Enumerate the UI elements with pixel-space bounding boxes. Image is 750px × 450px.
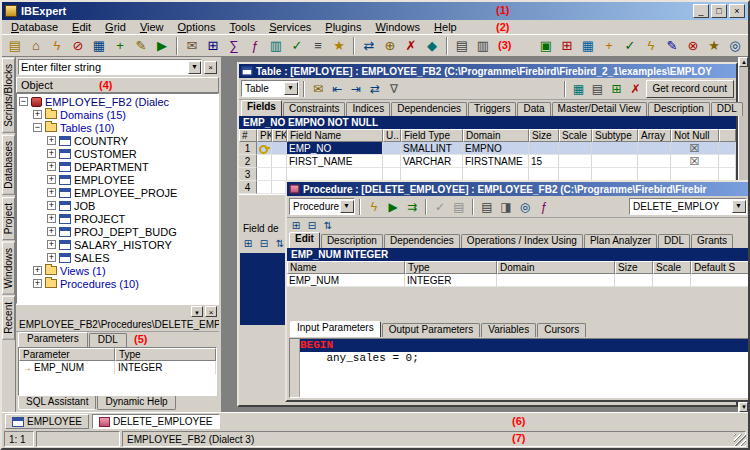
column-header[interactable]: Type <box>405 261 497 274</box>
toolbar-icon[interactable]: ⇄ <box>366 80 384 98</box>
field-row[interactable]: 2 FIRST_NAME VARCHAR FIRSTNAME 15 ☒ <box>239 155 736 168</box>
toolbar-icon[interactable]: ⇥ <box>347 80 365 98</box>
table-window-titlebar[interactable]: Table : [EMPLOYEE] : EMPLOYEE_FB2 (C:\Pr… <box>239 64 736 78</box>
toolbar-icon[interactable]: ▤ <box>5 36 25 56</box>
tree-item-table[interactable]: COUNTRY <box>19 134 218 147</box>
toolbar-icon[interactable]: ⊘ <box>68 36 88 56</box>
toolbar-icon[interactable]: ▤ <box>589 80 607 98</box>
tree-item-table[interactable]: CUSTOMER <box>19 147 218 160</box>
tree-item-table[interactable]: PROJ_DEPT_BUDG <box>19 225 218 238</box>
field-name-cell[interactable]: EMP_NO <box>287 142 383 155</box>
tree-item-tables[interactable]: Tables (10) <box>19 121 218 134</box>
expand-icon[interactable] <box>33 266 42 275</box>
menu-item[interactable]: Grid <box>98 21 133 33</box>
toolbar-icon[interactable]: ▦ <box>578 36 598 56</box>
tree-item-domains[interactable]: Domains (15) <box>19 108 218 121</box>
get-record-count-button[interactable]: Get record count <box>646 80 734 98</box>
expand-icon[interactable] <box>47 214 56 223</box>
tab-input-parameters[interactable]: Input Parameters <box>290 321 381 337</box>
toolbar-icon[interactable]: ▦ <box>570 80 588 98</box>
menu-item[interactable]: Database <box>4 21 65 33</box>
toolbar-icon[interactable]: ▶ <box>384 198 402 216</box>
toolbar-icon[interactable]: ⊟ <box>305 219 319 231</box>
tree-item-database[interactable]: EMPLOYEE_FB2 (Dialec <box>19 95 218 108</box>
sidebar-vertical-tab[interactable]: Databases <box>2 135 15 195</box>
column-header[interactable]: Domain <box>463 129 529 142</box>
toolbar-icon[interactable]: ⊟ <box>257 237 271 250</box>
toolbar-icon[interactable]: ⊞ <box>203 36 223 56</box>
parameter-row[interactable]: EMP_NUM INTEGER <box>287 274 748 287</box>
tree-item-table[interactable]: SALARY_HISTORY <box>19 238 218 251</box>
toolbar-icon[interactable]: ★ <box>329 36 349 56</box>
toolbar-icon[interactable]: ∇ <box>385 80 403 98</box>
expand-icon[interactable] <box>47 175 56 184</box>
column-header[interactable]: Subtype <box>592 129 638 142</box>
toolbar-icon[interactable]: ∑ <box>224 36 244 56</box>
column-header-parameter[interactable]: Parameter <box>19 348 115 361</box>
menu-item[interactable]: Edit <box>65 21 98 33</box>
toolbar-icon[interactable]: ϟ <box>47 36 67 56</box>
toolbar-icon[interactable]: ƒ <box>535 198 553 216</box>
toolbar-icon[interactable]: ≡ <box>308 36 328 56</box>
chevron-down-icon[interactable] <box>188 61 201 74</box>
menu-item[interactable]: Services <box>262 21 318 33</box>
title-bar[interactable]: IBExpert (1) <box>2 2 748 20</box>
toolbar-icon[interactable]: ◎ <box>516 198 534 216</box>
toolbar-icon[interactable]: ⇄ <box>359 36 379 56</box>
menu-item[interactable]: Options <box>171 21 223 33</box>
toolbar-icon[interactable]: ✓ <box>620 36 640 56</box>
tab-dependencies[interactable]: Dependencies <box>384 234 460 248</box>
tab-variables[interactable]: Variables <box>481 323 536 337</box>
menu-item[interactable]: View <box>133 21 171 33</box>
resize-grip[interactable] <box>734 434 746 446</box>
toolbar-icon[interactable]: ✎ <box>131 36 151 56</box>
toolbar-icon[interactable]: ⊗ <box>683 36 703 56</box>
procedure-window-titlebar[interactable]: Procedure : [DELETE_EMPLOYEE] : EMPLOYEE… <box>287 182 748 196</box>
column-header[interactable]: Not Null <box>671 129 719 142</box>
expand-icon[interactable] <box>47 240 56 249</box>
parameter-row[interactable]: →EMP_NUM INTEGER <box>19 361 216 374</box>
tree-item-table[interactable]: EMPLOYEE <box>19 173 218 186</box>
not-null-checkbox[interactable]: ☒ <box>671 142 719 155</box>
toolbar-icon[interactable]: + <box>110 36 130 56</box>
tree-item-table[interactable]: SALES <box>19 251 218 264</box>
expand-icon[interactable] <box>47 201 56 210</box>
column-header[interactable]: Field Type <box>401 129 463 142</box>
database-tree[interactable]: EMPLOYEE_FB2 (Dialec Domains (15) Tables… <box>16 93 219 304</box>
code-editor[interactable]: BEGIN any_sales = 0; <box>289 338 748 398</box>
chevron-down-icon[interactable] <box>284 82 298 95</box>
field-row-selected[interactable]: 1 EMP_NO SMALLINT EMPNO ☒ <box>239 142 736 155</box>
minimize-button[interactable] <box>693 4 709 18</box>
column-header[interactable]: FK <box>272 129 287 142</box>
tab-dependencies[interactable]: Dependencies <box>391 102 467 116</box>
window-tab-delete-employee[interactable]: DELETE_EMPLOYEE <box>92 414 219 429</box>
menu-item[interactable]: Plugins <box>318 21 368 33</box>
object-type-combo[interactable]: Procedure <box>289 198 355 215</box>
column-header[interactable]: Domain <box>497 261 615 274</box>
close-button[interactable] <box>729 4 745 18</box>
column-header[interactable]: Field Name <box>287 129 383 142</box>
column-header[interactable]: Scale <box>653 261 691 274</box>
parameters-grid[interactable]: Parameter Type →EMP_NUM INTEGER <box>18 347 217 396</box>
collapse-icon[interactable] <box>19 97 28 106</box>
tab-sql-assistant[interactable]: SQL Assistant <box>18 396 96 410</box>
column-header[interactable]: PK <box>257 129 272 142</box>
toolbar-icon[interactable]: ⊞ <box>289 219 303 231</box>
toolbar-icon[interactable]: ⇅ <box>321 219 335 231</box>
sidebar-vertical-tab[interactable]: Windows <box>2 242 15 295</box>
toolbar-icon[interactable]: ⊞ <box>608 80 626 98</box>
toolbar-icon[interactable]: ▤ <box>478 198 496 216</box>
column-header[interactable]: Default S <box>691 261 748 274</box>
filter-combo[interactable] <box>18 59 202 75</box>
close-icon[interactable] <box>205 306 217 317</box>
toolbar-icon[interactable]: ✓ <box>431 198 449 216</box>
not-null-checkbox[interactable]: ☒ <box>671 155 719 168</box>
column-header[interactable]: Array <box>638 129 671 142</box>
tree-item-table[interactable]: EMPLOYEE_PROJE <box>19 186 218 199</box>
toolbar-icon[interactable]: ϟ <box>365 198 383 216</box>
toolbar-icon[interactable]: ✗ <box>401 36 421 56</box>
column-header-type[interactable]: Type <box>115 348 216 361</box>
toolbar-icon[interactable]: ⇤ <box>328 80 346 98</box>
toolbar-icon[interactable]: ✉ <box>182 36 202 56</box>
tab-edit[interactable]: Edit <box>289 232 320 248</box>
